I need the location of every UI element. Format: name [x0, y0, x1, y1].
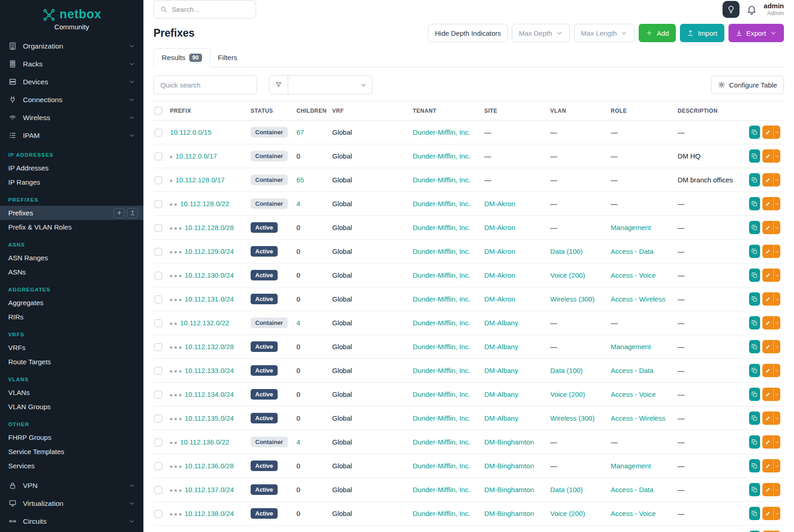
- tenant-link[interactable]: Dunder-Mifflin, Inc.: [413, 224, 471, 231]
- copy-button[interactable]: [749, 245, 760, 258]
- row-checkbox[interactable]: [154, 153, 162, 160]
- site-link[interactable]: DM-Akron: [484, 271, 515, 279]
- edit-dropdown-caret[interactable]: [773, 292, 780, 306]
- edit-button[interactable]: [762, 197, 773, 210]
- sidebar-item-vpn[interactable]: VPN: [0, 477, 143, 494]
- row-checkbox[interactable]: [154, 391, 162, 399]
- row-checkbox[interactable]: [154, 510, 162, 518]
- sidebar-item-vlan-groups[interactable]: VLAN Groups: [0, 400, 143, 414]
- add-button[interactable]: Add: [639, 24, 676, 42]
- column-header-vrf[interactable]: VRF: [332, 101, 413, 121]
- sidebar-item-asns[interactable]: ASNs: [0, 265, 143, 279]
- prefix-link[interactable]: 10.112.134.0/24: [185, 390, 234, 398]
- copy-button[interactable]: [749, 173, 760, 186]
- copy-button[interactable]: [749, 459, 760, 472]
- edit-dropdown-caret[interactable]: [773, 388, 780, 401]
- site-link[interactable]: DM-Albany: [484, 319, 518, 327]
- prefix-link[interactable]: 10.112.132.0/22: [180, 319, 229, 327]
- saved-filter-select[interactable]: [288, 75, 372, 94]
- site-link[interactable]: DM-Binghamton: [484, 462, 534, 470]
- row-checkbox[interactable]: [154, 248, 162, 256]
- role-link[interactable]: Access - Voice: [611, 510, 656, 517]
- sidebar-item-prefixes[interactable]: Prefixes: [0, 206, 143, 220]
- site-link[interactable]: DM-Albany: [484, 390, 518, 398]
- copy-button[interactable]: [749, 221, 760, 234]
- tenant-link[interactable]: Dunder-Mifflin, Inc.: [413, 367, 471, 374]
- sidebar-item-organization[interactable]: Organization: [0, 37, 143, 55]
- prefix-link[interactable]: 10.112.135.0/24: [185, 414, 234, 422]
- sidebar-item-rirs[interactable]: RIRs: [0, 310, 143, 324]
- prefix-link[interactable]: 10.112.0.0/15: [170, 128, 212, 136]
- role-link[interactable]: Management: [611, 224, 651, 231]
- row-checkbox[interactable]: [154, 129, 162, 137]
- edit-dropdown-caret[interactable]: [773, 197, 780, 210]
- prefix-link[interactable]: 10.112.0.0/17: [175, 152, 217, 160]
- row-checkbox[interactable]: [154, 200, 162, 208]
- sidebar-item-asn-ranges[interactable]: ASN Ranges: [0, 251, 143, 265]
- copy-button[interactable]: [749, 197, 760, 210]
- copy-button[interactable]: [749, 388, 760, 401]
- tenant-link[interactable]: Dunder-Mifflin, Inc.: [413, 271, 471, 279]
- sidebar-item-devices[interactable]: Devices: [0, 73, 143, 91]
- role-link[interactable]: Access - Voice: [611, 390, 656, 398]
- row-checkbox[interactable]: [154, 176, 162, 184]
- edit-button[interactable]: [762, 364, 773, 377]
- max-length-dropdown[interactable]: Max Length: [574, 24, 635, 42]
- configure-table-button[interactable]: Configure Table: [711, 76, 784, 94]
- prefix-link[interactable]: 10.112.128.0/17: [175, 176, 225, 184]
- edit-dropdown-caret[interactable]: [773, 126, 780, 139]
- sidebar-item-ip-ranges[interactable]: IP Ranges: [0, 175, 143, 189]
- tenant-link[interactable]: Dunder-Mifflin, Inc.: [413, 510, 471, 517]
- role-link[interactable]: Access - Data: [611, 367, 653, 374]
- import-button[interactable]: Import: [680, 24, 724, 42]
- edit-dropdown-caret[interactable]: [773, 459, 780, 472]
- prefix-link[interactable]: 10.112.136.0/28: [185, 462, 234, 470]
- column-header-status[interactable]: STATUS: [251, 101, 296, 121]
- export-button[interactable]: Export: [728, 24, 784, 42]
- prefix-link[interactable]: 10.112.132.0/28: [185, 343, 234, 351]
- children-count-link[interactable]: 4: [296, 200, 300, 208]
- tenant-link[interactable]: Dunder-Mifflin, Inc.: [413, 343, 471, 351]
- edit-dropdown-caret[interactable]: [773, 173, 780, 186]
- edit-button[interactable]: [762, 173, 773, 186]
- edit-button[interactable]: [762, 388, 773, 401]
- vlan-link[interactable]: Wireless (300): [550, 295, 595, 303]
- site-link[interactable]: DM-Akron: [484, 224, 515, 231]
- sidebar-item-wireless[interactable]: Wireless: [0, 109, 143, 126]
- edit-button[interactable]: [762, 411, 773, 425]
- copy-button[interactable]: [749, 411, 760, 425]
- role-link[interactable]: Access - Data: [611, 247, 653, 255]
- row-checkbox[interactable]: [154, 224, 162, 232]
- copy-button[interactable]: [749, 269, 760, 282]
- sidebar-item-route-targets[interactable]: Route Targets: [0, 355, 143, 369]
- children-count-link[interactable]: 4: [296, 319, 300, 327]
- sidebar-item-prefix-vlan-roles[interactable]: Prefix & VLAN Roles: [0, 220, 143, 234]
- row-checkbox[interactable]: [154, 296, 162, 303]
- sidebar-item-aggregates[interactable]: Aggregates: [0, 296, 143, 310]
- site-link[interactable]: DM-Binghamton: [484, 438, 534, 446]
- children-count-link[interactable]: 4: [296, 438, 300, 446]
- tenant-link[interactable]: Dunder-Mifflin, Inc.: [413, 200, 471, 208]
- edit-button[interactable]: [762, 292, 773, 306]
- row-checkbox[interactable]: [154, 272, 162, 280]
- edit-dropdown-caret[interactable]: [773, 411, 780, 425]
- vlan-link[interactable]: Data (100): [550, 247, 583, 255]
- tenant-link[interactable]: Dunder-Mifflin, Inc.: [413, 295, 471, 303]
- row-checkbox[interactable]: [154, 343, 162, 351]
- site-link[interactable]: DM-Akron: [484, 200, 515, 208]
- prefix-link[interactable]: 10.112.128.0/22: [180, 200, 229, 208]
- sidebar-item-connections[interactable]: Connections: [0, 91, 143, 109]
- prefix-link[interactable]: 10.112.136.0/22: [180, 438, 229, 446]
- prefix-link[interactable]: 10.112.138.0/24: [185, 510, 234, 517]
- vlan-link[interactable]: Wireless (300): [550, 414, 595, 422]
- tenant-link[interactable]: Dunder-Mifflin, Inc.: [413, 128, 471, 136]
- edit-dropdown-caret[interactable]: [773, 340, 780, 353]
- prefix-link[interactable]: 10.112.130.0/24: [185, 271, 234, 279]
- column-header-role[interactable]: ROLE: [611, 101, 678, 121]
- edit-button[interactable]: [762, 507, 773, 520]
- children-count-link[interactable]: 65: [296, 176, 304, 184]
- edit-dropdown-caret[interactable]: [773, 269, 780, 282]
- edit-button[interactable]: [762, 316, 773, 329]
- netbox-logo[interactable]: netbox Community: [0, 7, 143, 31]
- vlan-link[interactable]: Voice (200): [550, 390, 585, 398]
